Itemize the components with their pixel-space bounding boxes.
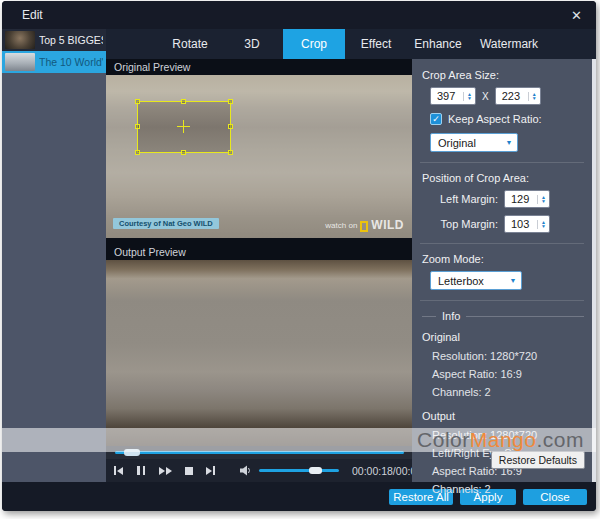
aspect-ratio-dropdown[interactable]: Original ▼ xyxy=(430,133,518,152)
spinner-down-icon[interactable]: ▼ xyxy=(541,224,546,229)
tab-effect[interactable]: Effect xyxy=(345,29,407,59)
crop-handle[interactable] xyxy=(228,150,233,155)
output-info-title: Output xyxy=(422,410,584,422)
top-margin-label: Top Margin: xyxy=(422,218,498,230)
crop-settings-panel: Crop Area Size: 397 ▲ ▼ X 223 xyxy=(412,59,596,482)
stop-icon xyxy=(185,467,193,475)
output-resolution: Resolution: 1280*720 xyxy=(432,429,584,441)
keep-aspect-ratio-checkbox[interactable]: ✓ Keep Aspect Ratio: xyxy=(430,113,584,125)
top-margin-stepper[interactable]: 103 ▲ ▼ xyxy=(504,215,550,233)
crop-area-size-label: Crop Area Size: xyxy=(422,69,584,81)
courtesy-badge: Courtesy of Nat Geo WILD xyxy=(113,218,219,229)
channel-watermark: watch on WILD xyxy=(325,218,404,232)
volume-handle[interactable] xyxy=(309,467,322,474)
preview-column: Original Preview xyxy=(106,59,412,482)
position-label: Position of Crop Area: xyxy=(422,172,584,184)
fast-forward-icon xyxy=(159,467,165,475)
skip-start-button[interactable] xyxy=(114,465,123,477)
restore-defaults-button[interactable]: Restore Defaults xyxy=(491,451,585,469)
tab-3d[interactable]: 3D xyxy=(221,29,283,59)
dialog-title: Edit xyxy=(22,8,43,22)
spinner-down-icon[interactable]: ▼ xyxy=(541,199,546,204)
seek-handle[interactable] xyxy=(124,449,140,456)
volume-icon[interactable] xyxy=(240,465,253,476)
video-title: Top 5 BIGGES.. xyxy=(39,34,103,46)
zoom-mode-value: Letterbox xyxy=(431,275,505,287)
crop-handle[interactable] xyxy=(135,124,140,129)
skip-end-button[interactable] xyxy=(206,465,215,477)
keep-aspect-ratio-label: Keep Aspect Ratio: xyxy=(448,113,542,125)
pause-button[interactable] xyxy=(136,465,146,477)
original-aspect-ratio: Aspect Ratio: 16:9 xyxy=(432,368,584,380)
watch-on-text: watch on xyxy=(325,221,357,230)
spinner-down-icon[interactable]: ▼ xyxy=(467,96,472,101)
original-preview-label: Original Preview xyxy=(106,59,412,75)
section-divider xyxy=(420,243,584,244)
tab-crop[interactable]: Crop xyxy=(283,29,345,59)
checkbox-check-icon[interactable]: ✓ xyxy=(430,113,442,125)
pause-icon xyxy=(137,466,140,475)
seek-track[interactable] xyxy=(115,451,404,454)
left-margin-value[interactable]: 129 xyxy=(505,193,537,205)
crop-handle[interactable] xyxy=(135,150,140,155)
tab-rotate[interactable]: Rotate xyxy=(159,29,221,59)
sidebar-item-video-2[interactable]: The 10 World' xyxy=(2,51,106,73)
crop-handle[interactable] xyxy=(181,99,186,104)
skip-start-icon xyxy=(114,466,116,475)
info-header-label: Info xyxy=(442,310,460,322)
tab-enhance[interactable]: Enhance xyxy=(407,29,469,59)
volume-slider[interactable] xyxy=(259,469,339,472)
video-thumbnail xyxy=(5,31,35,49)
video-thumbnail xyxy=(5,53,35,71)
spinner-down-icon[interactable]: ▼ xyxy=(532,96,537,101)
dropdown-arrow-icon: ▼ xyxy=(501,139,517,146)
crop-width-value[interactable]: 397 xyxy=(431,90,463,102)
video-title: The 10 World' xyxy=(39,56,103,68)
fast-forward-button[interactable] xyxy=(159,465,172,477)
output-preview-video xyxy=(106,260,412,446)
section-divider xyxy=(420,300,584,301)
output-preview-label: Output Preview xyxy=(106,244,412,260)
crop-height-value[interactable]: 223 xyxy=(496,90,528,102)
crop-center-crosshair-icon xyxy=(177,120,190,133)
natgeo-logo-icon xyxy=(360,221,368,232)
zoom-mode-label: Zoom Mode: xyxy=(422,253,584,265)
zoom-mode-dropdown[interactable]: Letterbox ▼ xyxy=(430,271,522,290)
top-margin-value[interactable]: 103 xyxy=(505,218,537,230)
playback-controls: 00:00:18/00:06:50 xyxy=(106,459,412,482)
wild-text: WILD xyxy=(371,218,404,232)
left-margin-stepper[interactable]: 129 ▲ ▼ xyxy=(504,190,550,208)
title-bar: Edit ✕ xyxy=(2,1,596,29)
crop-width-stepper[interactable]: 397 ▲ ▼ xyxy=(430,87,476,105)
crop-handle[interactable] xyxy=(181,150,186,155)
size-separator: X xyxy=(482,91,489,102)
original-info-title: Original xyxy=(422,331,584,343)
close-icon[interactable]: ✕ xyxy=(571,8,582,23)
crop-handle[interactable] xyxy=(228,99,233,104)
original-preview-video: Courtesy of Nat Geo WILD watch on WILD xyxy=(106,75,412,238)
crop-handle[interactable] xyxy=(135,99,140,104)
sidebar-item-video-1[interactable]: Top 5 BIGGES.. xyxy=(2,29,106,51)
aspect-ratio-value: Original xyxy=(431,137,501,149)
crop-selection-box[interactable] xyxy=(137,101,231,153)
crop-handle[interactable] xyxy=(228,124,233,129)
crop-height-stepper[interactable]: 223 ▲ ▼ xyxy=(495,87,541,105)
edit-dialog: Edit ✕ Top 5 BIGGES.. The 10 World' Rota… xyxy=(2,1,596,511)
info-header: Info xyxy=(422,310,584,322)
original-channels: Channels: 2 xyxy=(432,386,584,398)
skip-end-icon xyxy=(206,467,212,475)
left-margin-label: Left Margin: xyxy=(422,193,498,205)
section-divider xyxy=(420,162,584,163)
stop-button[interactable] xyxy=(185,465,193,477)
tab-watermark[interactable]: Watermark xyxy=(469,29,549,59)
video-list-sidebar: Top 5 BIGGES.. The 10 World' xyxy=(2,29,106,482)
dropdown-arrow-icon: ▼ xyxy=(505,277,521,284)
seek-bar[interactable] xyxy=(106,446,412,459)
edit-tab-strip: Rotate 3D Crop Effect Enhance Watermark xyxy=(106,29,596,59)
original-resolution: Resolution: 1280*720 xyxy=(432,350,584,362)
output-channels: Channels: 2 xyxy=(432,483,584,495)
